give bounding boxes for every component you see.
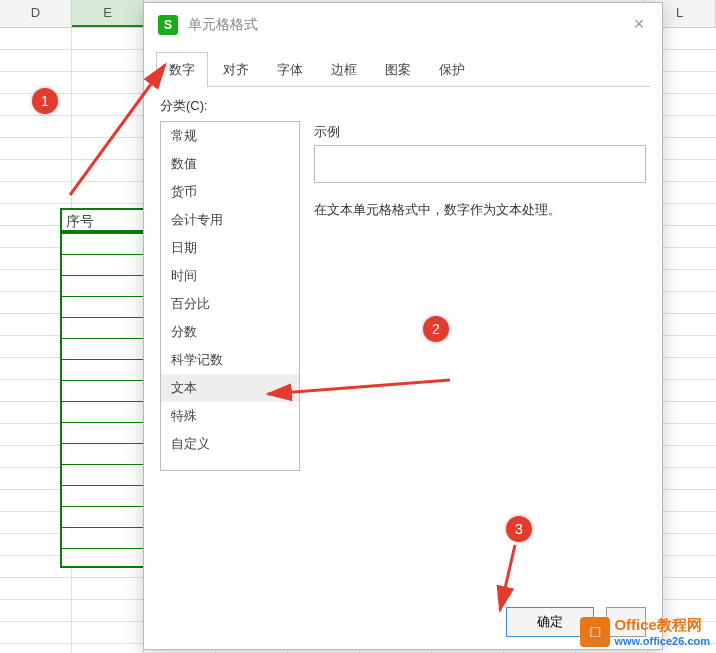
close-icon[interactable]: × — [630, 15, 648, 33]
cat-scientific[interactable]: 科学记数 — [161, 346, 299, 374]
cat-general[interactable]: 常规 — [161, 122, 299, 150]
cat-number[interactable]: 数值 — [161, 150, 299, 178]
cat-text[interactable]: 文本 — [161, 374, 299, 402]
annotation-badge-3: 3 — [506, 516, 532, 542]
format-description: 在文本单元格格式中，数字作为文本处理。 — [314, 199, 646, 221]
tab-align[interactable]: 对齐 — [210, 52, 262, 87]
cat-custom[interactable]: 自定义 — [161, 430, 299, 458]
watermark-icon: □ — [580, 617, 610, 647]
watermark: □ Office教程网 www.office26.com — [580, 616, 710, 647]
cat-accounting[interactable]: 会计专用 — [161, 206, 299, 234]
category-label: 分类(C): — [160, 97, 646, 115]
col-header-d[interactable]: D — [0, 0, 72, 27]
cat-time[interactable]: 时间 — [161, 262, 299, 290]
app-icon: S — [158, 15, 178, 35]
dialog-title: 单元格格式 — [188, 16, 258, 34]
sample-label: 示例 — [314, 123, 646, 141]
tab-border[interactable]: 边框 — [318, 52, 370, 87]
annotation-badge-1: 1 — [32, 88, 58, 114]
cell-format-dialog: S 单元格格式 × 数字 对齐 字体 边框 图案 保护 分类(C): 常规 数值… — [143, 2, 663, 650]
tab-bar: 数字 对齐 字体 边框 图案 保护 — [156, 51, 650, 87]
dialog-body: 分类(C): 常规 数值 货币 会计专用 日期 时间 百分比 分数 科学记数 文… — [144, 87, 662, 481]
sample-box — [314, 145, 646, 183]
cat-percent[interactable]: 百分比 — [161, 290, 299, 318]
tab-number[interactable]: 数字 — [156, 52, 208, 87]
annotation-badge-2: 2 — [423, 316, 449, 342]
dialog-titlebar[interactable]: S 单元格格式 × — [144, 3, 662, 47]
right-pane: 示例 在文本单元格格式中，数字作为文本处理。 — [314, 123, 646, 221]
selected-header-cell[interactable]: 序号 — [60, 208, 146, 232]
watermark-line1: Office教程网 — [614, 616, 710, 635]
cat-date[interactable]: 日期 — [161, 234, 299, 262]
category-list[interactable]: 常规 数值 货币 会计专用 日期 时间 百分比 分数 科学记数 文本 特殊 自定… — [160, 121, 300, 471]
col-header-e[interactable]: E — [72, 0, 144, 27]
selected-range[interactable] — [60, 232, 146, 568]
watermark-line2: www.office26.com — [614, 635, 710, 647]
cat-currency[interactable]: 货币 — [161, 178, 299, 206]
cat-special[interactable]: 特殊 — [161, 402, 299, 430]
cat-fraction[interactable]: 分数 — [161, 318, 299, 346]
tab-pattern[interactable]: 图案 — [372, 52, 424, 87]
tab-font[interactable]: 字体 — [264, 52, 316, 87]
tab-protect[interactable]: 保护 — [426, 52, 478, 87]
